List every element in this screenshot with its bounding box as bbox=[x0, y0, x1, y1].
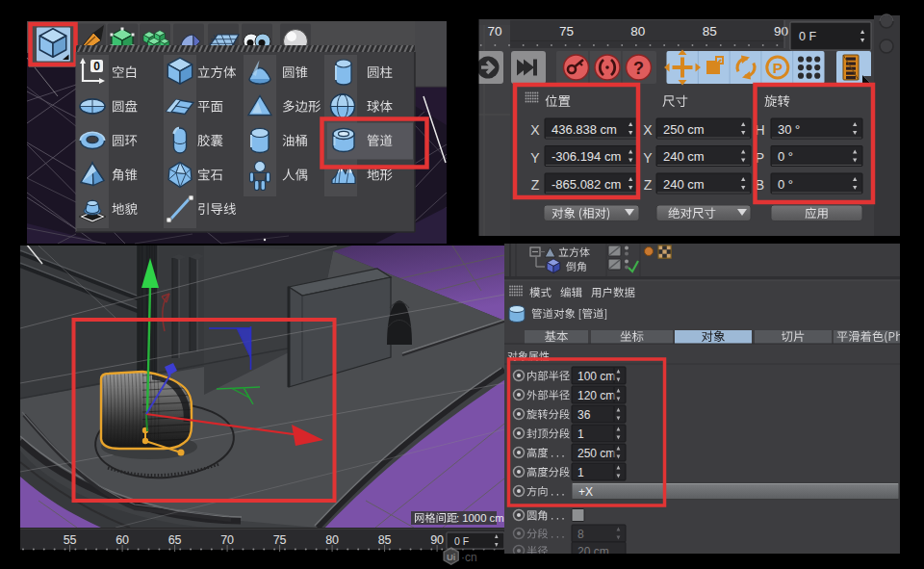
svg-text:80: 80 bbox=[630, 24, 645, 39]
svg-text:85: 85 bbox=[703, 24, 717, 39]
svg-text:·cn: ·cn bbox=[461, 551, 477, 564]
svg-text:60: 60 bbox=[116, 533, 129, 547]
svg-text:436.838 cm: 436.838 cm bbox=[552, 122, 617, 137]
svg-text:55: 55 bbox=[64, 533, 77, 547]
svg-text:-865.082 cm: -865.082 cm bbox=[552, 177, 621, 192]
svg-text:8: 8 bbox=[578, 528, 584, 541]
svg-text:30 °: 30 ° bbox=[778, 122, 800, 137]
svg-text:Z: Z bbox=[644, 177, 653, 193]
svg-text:75: 75 bbox=[273, 533, 287, 547]
svg-text:0 °: 0 ° bbox=[778, 177, 793, 192]
svg-text:?: ? bbox=[633, 59, 644, 78]
svg-text:: 1000 cm: : 1000 cm bbox=[456, 512, 504, 524]
svg-text:P: P bbox=[773, 60, 783, 76]
svg-text:70: 70 bbox=[487, 24, 501, 39]
svg-text:0 °: 0 ° bbox=[778, 149, 793, 164]
svg-text:250 cm: 250 cm bbox=[578, 447, 615, 460]
svg-text:0: 0 bbox=[93, 60, 100, 73]
svg-text:X: X bbox=[530, 122, 540, 138]
svg-text:90: 90 bbox=[774, 24, 788, 39]
svg-text:Y: Y bbox=[643, 150, 653, 166]
svg-text:0 F: 0 F bbox=[799, 30, 816, 43]
svg-text:X: X bbox=[643, 122, 653, 138]
svg-text:85: 85 bbox=[378, 533, 392, 547]
svg-text:70: 70 bbox=[220, 533, 234, 547]
svg-text:-306.194 cm: -306.194 cm bbox=[552, 149, 621, 164]
svg-text:1: 1 bbox=[578, 466, 584, 479]
svg-text:36: 36 bbox=[578, 408, 591, 422]
svg-text:120 cm: 120 cm bbox=[578, 389, 615, 402]
svg-text:0 F: 0 F bbox=[454, 535, 469, 547]
svg-text:240 cm: 240 cm bbox=[663, 149, 705, 164]
svg-text:+X: +X bbox=[578, 485, 593, 499]
svg-text:100 cm: 100 cm bbox=[578, 370, 615, 383]
svg-text:250 cm: 250 cm bbox=[663, 122, 705, 137]
svg-text:80: 80 bbox=[325, 533, 339, 547]
svg-text:1: 1 bbox=[578, 427, 584, 441]
svg-text:Y: Y bbox=[530, 150, 540, 166]
svg-text:75: 75 bbox=[559, 24, 574, 39]
svg-text:90: 90 bbox=[430, 533, 444, 547]
svg-text:Z: Z bbox=[531, 177, 540, 193]
svg-text:65: 65 bbox=[168, 533, 182, 547]
svg-text:Ui: Ui bbox=[447, 552, 456, 562]
svg-text:240 cm: 240 cm bbox=[663, 177, 705, 192]
